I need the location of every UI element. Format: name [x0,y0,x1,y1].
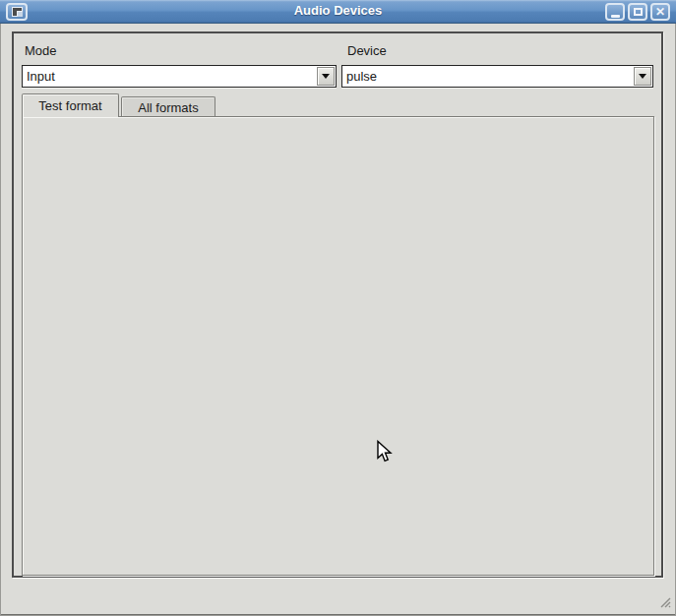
maximize-button[interactable] [628,3,647,21]
close-icon: ✕ [655,6,665,18]
chevron-down-icon [639,74,646,79]
maximize-icon [634,8,643,16]
tab-test-format[interactable]: Test format [22,93,119,117]
window-title: Audio Devices [0,3,676,18]
mode-combobox-dropdown[interactable] [317,67,335,86]
mode-combobox[interactable]: Input [22,65,337,88]
mode-label: Mode [25,43,57,58]
audio-devices-window: Audio Devices ✕ Mode Device Input pulse … [0,0,676,616]
close-button[interactable]: ✕ [650,3,670,21]
device-combobox-value: pulse [342,69,633,84]
device-combobox[interactable]: pulse [341,65,653,88]
minimize-icon [611,15,620,18]
test-format-panel [22,116,654,576]
mouse-cursor-icon [375,440,394,467]
titlebar: Audio Devices ✕ [0,0,676,24]
chevron-down-icon [322,74,330,79]
resize-grip[interactable] [657,594,671,611]
device-label: Device [347,43,387,58]
minimize-button[interactable] [605,3,625,21]
mode-combobox-value: Input [23,69,316,84]
device-combobox-dropdown[interactable] [634,67,651,86]
tab-all-formats[interactable]: All formats [121,96,215,117]
